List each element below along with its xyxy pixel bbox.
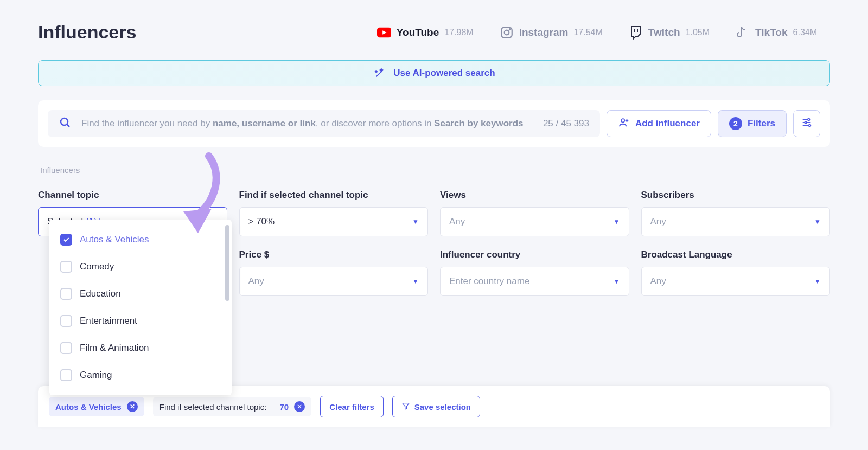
channel-topic-label: Channel topic: [38, 190, 227, 201]
views-label: Views: [440, 190, 629, 201]
filters-button[interactable]: 2 Filters: [718, 110, 787, 137]
platform-name: Twitch: [648, 27, 680, 38]
country-label: Influencer country: [440, 249, 629, 260]
subscribers-label: Subscribers: [641, 190, 831, 201]
add-user-icon: [618, 117, 630, 131]
dropdown-option[interactable]: Gaming: [49, 362, 232, 389]
country-select[interactable]: Enter country name ▼: [440, 267, 629, 296]
ai-banner-text: Use AI-powered search: [393, 68, 495, 79]
chevron-down-icon: ▼: [814, 218, 821, 226]
platform-tab-instagram[interactable]: Instagram 17.54M: [487, 25, 616, 40]
platform-count: 1.05M: [686, 28, 710, 37]
search-placeholder: Find the influencer you need by name, us…: [81, 118, 533, 129]
youtube-icon: [377, 25, 391, 40]
dropdown-option-label: Education: [80, 288, 121, 299]
channel-topic-dropdown[interactable]: Autos & VehiclesComedyEducationEntertain…: [49, 220, 232, 395]
platform-count: 17.98M: [444, 28, 473, 37]
settings-toggle-button[interactable]: [793, 110, 820, 137]
save-selection-button[interactable]: Save selection: [392, 396, 480, 417]
platform-name: YouTube: [397, 27, 439, 38]
svg-point-8: [809, 124, 811, 126]
search-icon: [59, 116, 72, 131]
dropdown-option-label: Gaming: [80, 370, 112, 381]
chevron-down-icon: ▼: [614, 218, 620, 226]
language-select[interactable]: Any ▼: [641, 267, 831, 296]
twitch-icon: [629, 25, 643, 40]
search-counter: 25 / 45 393: [543, 118, 589, 129]
svg-point-2: [504, 30, 509, 35]
instagram-icon: [500, 25, 514, 40]
checkbox-icon: [60, 288, 72, 300]
checkbox-icon: [60, 342, 72, 354]
remove-chip-icon[interactable]: ✕: [127, 401, 138, 412]
svg-point-3: [509, 28, 510, 29]
sliders-icon: [801, 117, 813, 131]
dropdown-option[interactable]: Film & Animation: [49, 335, 232, 362]
filter-chip-percent[interactable]: Find if selected channel topic: 70 ✕: [153, 397, 311, 416]
checkbox-icon: [60, 369, 72, 381]
find-if-label: Find if selected channel topic: [239, 190, 429, 201]
svg-point-4: [61, 118, 68, 125]
find-if-select[interactable]: > 70% ▼: [239, 207, 429, 236]
platform-count: 17.54M: [573, 28, 602, 37]
svg-point-5: [621, 119, 624, 122]
dropdown-option[interactable]: Education: [49, 280, 232, 307]
dropdown-option-label: Autos & Vehicles: [80, 234, 149, 245]
checkbox-icon: [60, 234, 72, 246]
magic-wand-icon: [373, 66, 387, 80]
tiktok-icon: [736, 25, 750, 40]
subscribers-select[interactable]: Any ▼: [641, 207, 831, 236]
views-select[interactable]: Any ▼: [440, 207, 629, 236]
funnel-icon: [401, 402, 410, 412]
chevron-down-icon: ▼: [814, 278, 821, 285]
platform-count: 6.34M: [793, 28, 817, 37]
dropdown-option[interactable]: Comedy: [49, 253, 232, 280]
chevron-down-icon: ▼: [412, 218, 419, 226]
price-label: Price $: [239, 249, 429, 260]
checkbox-icon: [60, 315, 72, 327]
add-influencer-button[interactable]: Add influencer: [607, 110, 711, 137]
dropdown-option-label: Comedy: [80, 261, 114, 272]
filters-count-badge: 2: [729, 117, 742, 130]
breadcrumb: Influencers: [38, 165, 830, 175]
platform-tab-tiktok[interactable]: TikTok 6.34M: [723, 25, 830, 40]
svg-point-6: [808, 118, 810, 120]
price-select[interactable]: Any ▼: [239, 267, 429, 296]
chevron-down-icon: ▼: [614, 278, 620, 285]
search-input[interactable]: Find the influencer you need by name, us…: [48, 110, 600, 137]
dropdown-option-label: Film & Animation: [80, 343, 149, 353]
platform-tab-youtube[interactable]: YouTube 17.98M: [364, 25, 487, 40]
platform-tabs: YouTube 17.98M Instagram 17.54M Twitch 1…: [364, 25, 830, 40]
filter-chip-topic[interactable]: Autos & Vehicles ✕: [49, 397, 144, 416]
checkbox-icon: [60, 261, 72, 273]
language-label: Broadcast Language: [641, 249, 831, 260]
dropdown-option[interactable]: Entertainment: [49, 307, 232, 335]
scrollbar[interactable]: [225, 225, 229, 301]
chevron-down-icon: ▼: [412, 278, 419, 285]
platform-tab-twitch[interactable]: Twitch 1.05M: [616, 25, 723, 40]
dropdown-option-label: Entertainment: [80, 316, 137, 326]
remove-chip-icon[interactable]: ✕: [294, 401, 305, 412]
page-title: Influencers: [38, 22, 136, 43]
dropdown-option[interactable]: Autos & Vehicles: [49, 226, 232, 253]
platform-name: Instagram: [519, 27, 569, 38]
platform-name: TikTok: [755, 27, 787, 38]
ai-search-banner[interactable]: Use AI-powered search: [38, 60, 830, 86]
clear-filters-button[interactable]: Clear filters: [320, 396, 384, 417]
svg-point-7: [805, 121, 807, 124]
